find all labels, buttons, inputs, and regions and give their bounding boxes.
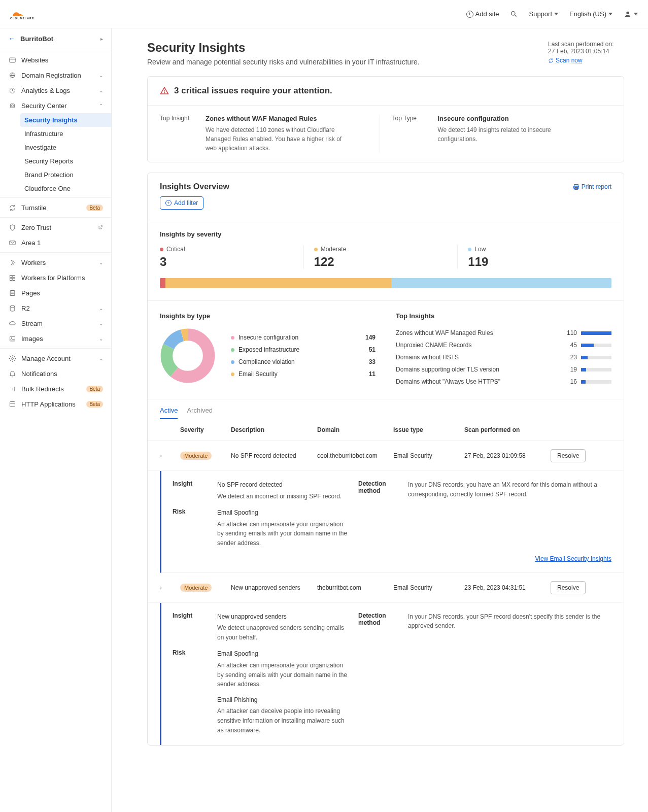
sidebar-item-zero-trust[interactable]: Zero Trust: [0, 220, 111, 235]
resolve-button[interactable]: Resolve: [551, 449, 586, 462]
storage-icon: [8, 304, 16, 312]
caret-down-icon: [634, 13, 638, 15]
last-scan-info: Last scan performed on: 27 Feb, 2023 01:…: [548, 41, 624, 65]
sidebar-item-images[interactable]: Images⌄: [0, 331, 111, 346]
severity-badge: Moderate: [180, 584, 212, 592]
support-menu[interactable]: Support: [529, 10, 558, 18]
chevron-down-icon: ⌄: [99, 260, 103, 265]
svg-line-2: [515, 15, 517, 16]
type-donut-chart: [160, 328, 216, 384]
sidebar-sub-investigate[interactable]: Investigate: [20, 141, 111, 154]
resolve-button[interactable]: Resolve: [551, 581, 586, 594]
sidebar-item-notifications[interactable]: Notifications: [0, 366, 111, 381]
sidebar-sub-infrastructure[interactable]: Infrastructure: [20, 127, 111, 141]
view-email-security-link[interactable]: View Email Security Insights: [173, 555, 611, 562]
print-report-link[interactable]: Print report: [573, 183, 611, 190]
sidebar-sub-security-reports[interactable]: Security Reports: [20, 154, 111, 168]
mail-icon: [8, 239, 16, 247]
row-scan-time: 23 Feb, 2023 04:31:51: [464, 584, 545, 591]
svg-point-3: [626, 11, 629, 14]
expand-row-toggle[interactable]: ›: [160, 452, 175, 459]
sidebar-item-workers[interactable]: Workers⌄: [0, 255, 111, 270]
refresh-icon: [8, 204, 16, 212]
sidebar-sub-cloudforce-one[interactable]: Cloudforce One: [20, 182, 111, 195]
sidebar-sub-security-insights[interactable]: Security Insights: [20, 113, 111, 127]
beta-badge: Beta: [86, 205, 103, 211]
severity-bar-chart: [160, 278, 611, 288]
top-type-body: We detect 149 insights related to insecu…: [438, 125, 580, 144]
person-icon: [624, 10, 632, 18]
critical-issues-card: 3 critical issues require your attention…: [147, 76, 624, 162]
sidebar-item-area1[interactable]: Area 1: [0, 235, 111, 250]
sidebar-item-bulk-redirects[interactable]: Bulk RedirectsBeta: [0, 381, 111, 396]
sidebar-sub-brand-protection[interactable]: Brand Protection: [20, 168, 111, 182]
globe-icon: [8, 56, 16, 64]
svg-point-9: [11, 105, 13, 107]
add-site-button[interactable]: +Add site: [466, 10, 499, 18]
sidebar-item-websites[interactable]: Websites: [0, 52, 111, 67]
table-row: › Moderate New unapproved senders thebur…: [148, 573, 624, 603]
page-title: Security Insights: [147, 41, 420, 55]
account-selector[interactable]: ← BurritoBot ▸: [0, 28, 111, 49]
chevron-up-icon: ⌃: [99, 103, 103, 109]
beta-badge: Beta: [86, 401, 103, 408]
row-issue-type: Email Security: [393, 452, 459, 459]
row-issue-type: Email Security: [393, 584, 459, 591]
tab-archived[interactable]: Archived: [187, 407, 213, 419]
svg-point-21: [11, 357, 13, 359]
alert-triangle-icon: [160, 86, 169, 95]
insights-by-severity: Insights by severity Critical3 Moderate1…: [148, 221, 624, 300]
add-filter-button[interactable]: + Add filter: [160, 196, 203, 210]
sidebar-item-manage-account[interactable]: Manage Account⌄: [0, 351, 111, 366]
svg-rect-4: [9, 58, 15, 62]
search-button[interactable]: [510, 10, 518, 18]
chevron-down-icon: ⌄: [99, 88, 103, 93]
beta-badge: Beta: [86, 386, 103, 392]
critical-headline: 3 critical issues require your attention…: [174, 86, 332, 96]
cloud-icon: [8, 319, 16, 327]
chevron-down-icon: ⌄: [99, 356, 103, 361]
refresh-icon: [548, 58, 554, 63]
svg-rect-15: [10, 290, 15, 295]
user-menu[interactable]: [624, 10, 638, 18]
chevron-down-icon: ⌄: [99, 306, 103, 311]
svg-rect-12: [13, 275, 15, 277]
row-detail-panel: Insight No SPF record detectedWe detect …: [160, 471, 624, 573]
row-domain: cool.theburritobot.com: [317, 452, 388, 459]
tab-active[interactable]: Active: [160, 407, 178, 419]
svg-point-25: [164, 92, 165, 93]
sidebar-item-domain-registration[interactable]: Domain Registration⌄: [0, 67, 111, 83]
main-content: Security Insights Review and manage pote…: [112, 28, 644, 812]
row-scan-time: 27 Feb, 2023 01:09:58: [464, 452, 545, 459]
svg-rect-8: [10, 104, 14, 108]
sidebar-item-security-center[interactable]: Security Center⌃: [0, 98, 111, 113]
moderate-count: 122: [314, 255, 448, 269]
back-arrow-icon[interactable]: ←: [8, 35, 15, 43]
low-count: 119: [468, 255, 601, 269]
chevron-down-icon: ⌄: [99, 336, 103, 342]
topbar: CLOUDFLARE +Add site Support English (US…: [0, 0, 648, 28]
cloudflare-logo[interactable]: CLOUDFLARE: [10, 8, 46, 20]
sidebar-item-analytics[interactable]: Analytics & Logs⌄: [0, 83, 111, 98]
top-type-title: Insecure configuration: [438, 115, 580, 122]
svg-point-1: [511, 12, 516, 16]
top-type-label: Top Type: [392, 115, 428, 153]
language-menu[interactable]: English (US): [569, 10, 612, 18]
sidebar-item-pages[interactable]: Pages: [0, 285, 111, 300]
search-icon: [510, 10, 518, 18]
row-description: No SPF record detected: [231, 452, 312, 459]
svg-text:CLOUDFLARE: CLOUDFLARE: [10, 17, 35, 20]
apps-icon: [8, 400, 16, 408]
sidebar-item-http-apps[interactable]: HTTP ApplicationsBeta: [0, 396, 111, 412]
sidebar-item-workers-platforms[interactable]: Workers for Platforms: [0, 270, 111, 285]
clock-icon: [8, 86, 16, 94]
scan-now-link[interactable]: Scan now: [548, 57, 583, 64]
top-insight-label: Top Insight: [160, 115, 195, 153]
chevron-down-icon: ⌄: [99, 73, 103, 78]
row-domain: theburritbot.com: [317, 584, 388, 591]
expand-row-toggle[interactable]: ›: [160, 584, 175, 591]
sidebar-item-stream[interactable]: Stream⌄: [0, 316, 111, 331]
sidebar-item-r2[interactable]: R2⌄: [0, 300, 111, 316]
row-detail-panel: Insight New unapproved sendersWe detect …: [160, 603, 624, 746]
sidebar-item-turnstile[interactable]: TurnstileBeta: [0, 200, 111, 215]
